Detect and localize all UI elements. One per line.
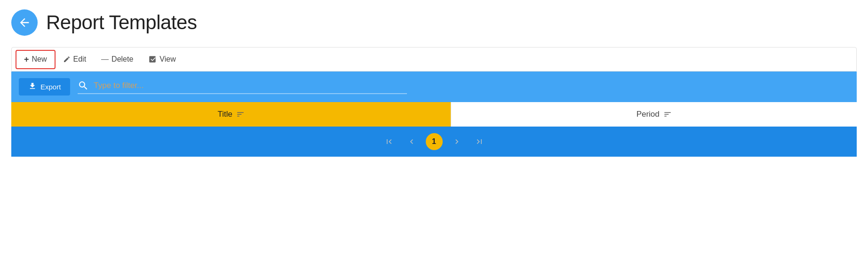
next-page-button[interactable] — [448, 135, 465, 148]
title-col-label: Title — [217, 110, 232, 119]
first-page-button[interactable] — [381, 135, 398, 148]
edit-icon — [63, 56, 71, 63]
search-input[interactable] — [94, 81, 407, 90]
back-button[interactable] — [11, 9, 38, 36]
last-page-button[interactable] — [471, 135, 488, 148]
delete-button[interactable]: — Delete — [94, 51, 141, 67]
export-icon — [28, 82, 37, 92]
new-label: New — [32, 55, 47, 64]
pagination-bar: 1 — [11, 127, 857, 157]
period-col-label: Period — [637, 110, 660, 119]
view-icon — [148, 55, 157, 64]
new-button[interactable]: + New — [16, 50, 56, 69]
export-button[interactable]: Export — [19, 78, 70, 96]
search-icon — [78, 80, 89, 91]
toolbar: + New Edit — Delete View — [11, 47, 857, 72]
delete-icon: — — [101, 55, 109, 64]
current-page-number: 1 — [426, 133, 443, 150]
edit-label: Edit — [73, 55, 87, 64]
plus-icon: + — [24, 55, 29, 64]
title-sort-icon[interactable] — [236, 110, 245, 119]
column-title-header: Title — [11, 102, 451, 127]
view-button[interactable]: View — [141, 51, 183, 67]
period-sort-icon[interactable] — [663, 110, 672, 119]
page-title: Report Templates — [46, 11, 197, 34]
delete-label: Delete — [111, 55, 133, 64]
table-header: Title Period — [11, 102, 857, 127]
view-label: View — [159, 55, 175, 64]
export-label: Export — [40, 83, 61, 91]
column-period-header: Period — [451, 102, 857, 127]
page-container: Report Templates + New Edit — Delete — [0, 0, 868, 279]
search-wrapper — [78, 80, 407, 94]
prev-page-button[interactable] — [403, 135, 420, 148]
edit-button[interactable]: Edit — [56, 51, 94, 67]
page-header: Report Templates — [11, 9, 857, 36]
filter-bar: Export — [11, 72, 857, 102]
